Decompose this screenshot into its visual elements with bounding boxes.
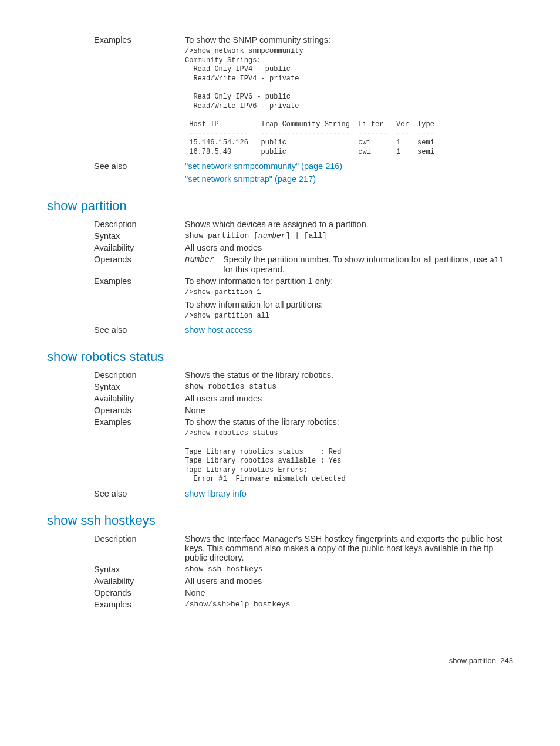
- desc-label: Description: [94, 370, 185, 380]
- ssh-operands-row: Operands None: [47, 588, 513, 598]
- syntax-pre: show partition [: [185, 231, 258, 240]
- avail-text: All users and modes: [185, 394, 513, 403]
- footer-text: show partition: [449, 656, 496, 665]
- examples-label: Examples: [94, 417, 185, 487]
- robotics-avail-row: Availability All users and modes: [47, 394, 513, 403]
- seealso-link[interactable]: show library info: [185, 489, 513, 498]
- partition-examples-row: Examples To show information for partiti…: [47, 276, 513, 323]
- seealso-link-2[interactable]: "set network snmptrap" (page 217): [185, 174, 513, 184]
- partition-seealso-row: See also show host access: [47, 325, 513, 335]
- ssh-avail-row: Availability All users and modes: [47, 576, 513, 586]
- partition-operands-row: Operands number Specify the partition nu…: [47, 255, 513, 274]
- examples-cmd-1: />show partition 1: [185, 288, 513, 298]
- desc-label: Description: [94, 220, 185, 229]
- robotics-operands-row: Operands None: [47, 406, 513, 415]
- robotics-seealso-row: See also show library info: [47, 489, 513, 498]
- footer-page: 243: [500, 656, 513, 665]
- page-footer: show partition 243: [47, 656, 513, 665]
- seealso-content: "set network snmpcommunity" (page 216) "…: [185, 161, 513, 184]
- examples-intro-2: To show information for all partitions:: [185, 300, 513, 309]
- examples-label: Examples: [94, 35, 185, 159]
- operand-desc: Specify the partition number. To show in…: [223, 255, 513, 274]
- avail-label: Availability: [94, 243, 185, 252]
- examples-intro-1: To show information for partition 1 only…: [185, 276, 513, 286]
- syntax-text: show partition [number] | [all]: [185, 231, 513, 241]
- seealso-label: See also: [94, 325, 185, 335]
- syntax-post: ] | [all]: [286, 231, 327, 240]
- avail-label: Availability: [94, 394, 185, 403]
- robotics-desc-row: Description Shows the status of the libr…: [47, 370, 513, 380]
- syntax-text: show ssh hostkeys: [185, 565, 513, 574]
- syntax-label: Syntax: [94, 382, 185, 391]
- section-title-ssh: show ssh hostkeys: [47, 513, 513, 528]
- snmp-examples-row: Examples To show the SNMP community stri…: [47, 35, 513, 159]
- ssh-desc-row: Description Shows the Interface Manager'…: [47, 534, 513, 562]
- operands-label: Operands: [94, 406, 185, 415]
- section-title-robotics: show robotics status: [47, 349, 513, 364]
- avail-text: All users and modes: [185, 243, 513, 252]
- syntax-label: Syntax: [94, 565, 185, 574]
- snmp-seealso-row: See also "set network snmpcommunity" (pa…: [47, 161, 513, 184]
- operands-text: None: [185, 406, 513, 415]
- seealso-link-1[interactable]: "set network snmpcommunity" (page 216): [185, 161, 513, 171]
- avail-label: Availability: [94, 576, 185, 586]
- examples-label: Examples: [94, 600, 185, 609]
- syntax-operand: number: [258, 231, 286, 240]
- seealso-label: See also: [94, 489, 185, 498]
- operand-name: number: [185, 255, 223, 274]
- syntax-text: show robotics status: [185, 382, 513, 391]
- avail-text: All users and modes: [185, 576, 513, 586]
- operands-label: Operands: [94, 588, 185, 598]
- desc-text: Shows the status of the library robotics…: [185, 370, 513, 380]
- examples-cmd-2: />show partition all: [185, 312, 513, 321]
- ssh-syntax-row: Syntax show ssh hostkeys: [47, 565, 513, 574]
- examples-content: To show the SNMP community strings: />sh…: [185, 35, 513, 159]
- examples-label: Examples: [94, 276, 185, 323]
- seealso-label: See also: [94, 161, 185, 184]
- operands-content: number Specify the partition number. To …: [185, 255, 513, 274]
- examples-output: />show robotics status Tape Library robo…: [185, 429, 513, 484]
- operands-label: Operands: [94, 255, 185, 274]
- desc-text: Shows which devices are assigned to a pa…: [185, 220, 513, 229]
- partition-avail-row: Availability All users and modes: [47, 243, 513, 252]
- ssh-examples-row: Examples /show/ssh>help hostkeys: [47, 600, 513, 609]
- examples-intro: To show the SNMP community strings:: [185, 35, 513, 45]
- examples-output: />show network snmpcommunity Community S…: [185, 47, 513, 157]
- robotics-syntax-row: Syntax show robotics status: [47, 382, 513, 391]
- partition-syntax-row: Syntax show partition [number] | [all]: [47, 231, 513, 241]
- examples-content: To show information for partition 1 only…: [185, 276, 513, 323]
- examples-text: /show/ssh>help hostkeys: [185, 600, 513, 609]
- desc-label: Description: [94, 534, 185, 562]
- examples-intro: To show the status of the library roboti…: [185, 417, 513, 427]
- syntax-label: Syntax: [94, 231, 185, 241]
- section-title-partition: show partition: [47, 198, 513, 214]
- robotics-examples-row: Examples To show the status of the libra…: [47, 417, 513, 487]
- examples-content: To show the status of the library roboti…: [185, 417, 513, 487]
- partition-desc-row: Description Shows which devices are assi…: [47, 220, 513, 229]
- desc-text: Shows the Interface Manager's SSH hostke…: [185, 534, 513, 562]
- seealso-link[interactable]: show host access: [185, 325, 513, 335]
- operands-text: None: [185, 588, 513, 598]
